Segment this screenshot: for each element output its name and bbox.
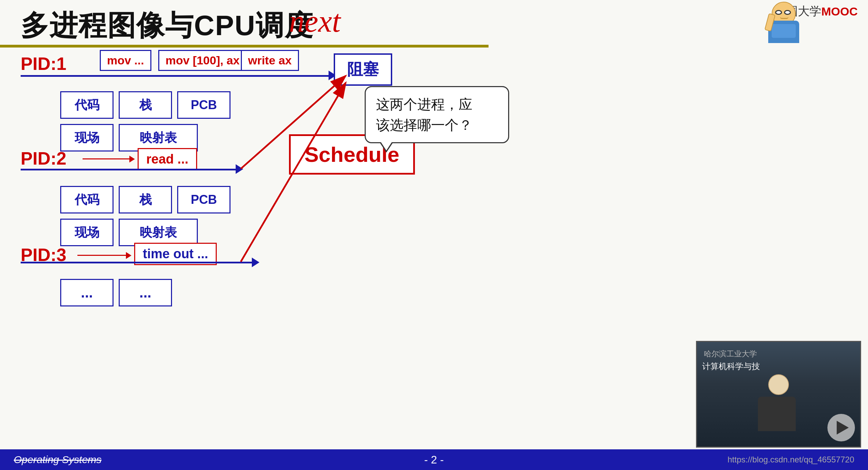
speech-bubble: 这两个进程，应该选择哪一个？ [365, 86, 509, 143]
pid1-scene-box: 现场 [60, 124, 114, 152]
pid3-arrow-line [21, 262, 258, 263]
main-title: 多进程图像与CPU调度 [21, 7, 799, 45]
slide: 多进程图像与CPU调度 next 中国大学 MOOC PID:1 mov ... [0, 0, 868, 470]
video-inner: 远程 哈尔滨工业大学 计算机科学与技 [697, 342, 860, 447]
pid1-instr-write: write ax [241, 50, 299, 71]
read-box: read ... [138, 148, 197, 170]
pid1-label: PID:1 [21, 53, 66, 74]
pid3-box1: ... [60, 279, 114, 306]
next-label: next [289, 3, 341, 39]
bottom-center-text: - 2 - [424, 453, 444, 466]
pid2-pcb-box: PCB [177, 186, 231, 213]
pid2-stack-box: 栈 [119, 186, 172, 213]
pid2-code-box: 代码 [60, 186, 114, 213]
bottom-bar: Operating Systems - 2 - https://blog.csd… [0, 449, 868, 470]
pid2-label: PID:2 [21, 148, 66, 169]
cartoon-character [765, 2, 810, 46]
mooc-suffix: MOOC [821, 5, 858, 18]
title-area: 多进程图像与CPU调度 [21, 7, 799, 45]
pid2-arrow-indicator [83, 158, 131, 159]
play-button[interactable] [827, 414, 855, 441]
pid2-arrowhead [236, 164, 243, 174]
pid3-arrow-indicator [77, 255, 127, 256]
pid2-map-box: 映射表 [119, 219, 198, 246]
pid3-box2: ... [119, 279, 172, 306]
pid2-arrow-line [21, 169, 241, 170]
bottom-left-text: Operating Systems [14, 454, 101, 466]
pid1-instr-mov1: mov ... [100, 50, 151, 71]
pid1-pcb-box: PCB [177, 91, 231, 119]
pid1-arrow-line [21, 75, 334, 77]
pid3-arrowhead [252, 258, 259, 267]
pid1-code-box: 代码 [60, 91, 114, 119]
title-divider [0, 45, 489, 48]
pid1-map-box: 映射表 [119, 124, 198, 152]
video-school-name: 哈尔滨工业大学 [704, 349, 757, 359]
pid1-stack-box: 栈 [119, 91, 172, 119]
play-icon [837, 421, 849, 435]
video-course-name: 计算机科学与技 [702, 361, 760, 372]
pid1-instr-mov2: mov [100], ax [158, 50, 247, 71]
bottom-right-text: https://blog.csdn.net/qq_46557720 [728, 455, 854, 464]
video-thumbnail[interactable]: 远程 哈尔滨工业大学 计算机科学与技 [696, 341, 861, 448]
block-box: 阻塞 [334, 53, 392, 86]
pid2-scene-box: 现场 [60, 219, 114, 246]
